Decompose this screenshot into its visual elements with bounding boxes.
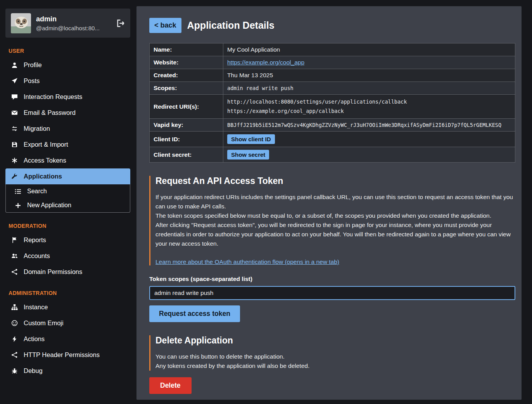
main-wrap: < back Application Details Name: My Cool… (136, 0, 532, 404)
page-header: < back Application Details (149, 18, 515, 33)
user-handle: @admin@localhost:80... (36, 25, 100, 31)
table-row: Scopes: admin read write push (150, 82, 515, 95)
table-row: Website: https://example.org/cool_app (150, 56, 515, 69)
sidebar: admin @admin@localhost:80... USER Profil… (0, 0, 136, 404)
sidebar-item-label: New Application (27, 202, 71, 209)
sidebar-item-new-application[interactable]: New Application (6, 198, 130, 212)
sidebar-item-label: Interaction Requests (24, 93, 82, 101)
sidebar-item-accounts[interactable]: Accounts (5, 248, 130, 264)
bug-icon (11, 368, 18, 374)
oauth-learn-more-link[interactable]: Learn more about the OAuth authenticatio… (155, 258, 339, 265)
sidebar-item-reports[interactable]: Reports (5, 232, 130, 248)
avatar (11, 13, 31, 33)
sidebar-item-migration[interactable]: Migration (5, 121, 130, 137)
sidebar-item-label: Reports (24, 236, 46, 244)
sidebar-item-label: Email & Password (24, 109, 76, 116)
request-token-paragraph-2: The token scopes specified below must be… (155, 211, 515, 220)
delete-line-1: You can use this button to delete the ap… (155, 352, 515, 361)
sidebar-item-applications[interactable]: Applications (5, 168, 130, 184)
sidebar-item-domain-permissions[interactable]: Domain Permissions (5, 264, 130, 280)
application-name: My Cool Application (223, 43, 515, 56)
floppy-icon (11, 141, 18, 148)
row-label: Vapid key: (150, 119, 223, 132)
sidebar-item-label: Profile (24, 61, 42, 69)
show-secret-button[interactable]: Show secret (227, 150, 269, 160)
plus-icon (14, 202, 22, 209)
row-label: Scopes: (150, 82, 223, 95)
table-row: Redirect URI(s): http://localhost:8080/s… (150, 95, 515, 119)
application-details-table: Name: My Cool Application Website: https… (149, 43, 515, 163)
scopes-value: admin read write push (223, 82, 515, 95)
section-header-administration: ADMINISTRATION (9, 290, 130, 296)
sidebar-item-profile[interactable]: Profile (5, 57, 130, 73)
users-icon (11, 253, 18, 259)
table-row: Created: Thu Mar 13 2025 (150, 69, 515, 82)
row-label: Client ID: (150, 132, 223, 147)
vapid-key-value: BBJffJ219b5iE512m7wQSzv4KgKDhgZZVzNyWC_r… (223, 119, 515, 132)
comment-icon (11, 94, 18, 100)
user-icon (11, 62, 18, 68)
delete-application-section: Delete Application You can use this butt… (149, 335, 515, 371)
sidebar-item-label: Posts (24, 77, 40, 85)
sidebar-item-label: Accounts (24, 252, 50, 260)
sidebar-item-access-tokens[interactable]: Access Tokens (5, 153, 130, 168)
row-label: Website: (150, 56, 223, 69)
logout-icon[interactable] (116, 19, 125, 28)
sidebar-item-export-import[interactable]: Export & Import (5, 137, 130, 153)
request-access-token-button[interactable]: Request access token (149, 305, 240, 322)
sidebar-item-label: Applications (24, 173, 62, 180)
token-scopes-input[interactable] (149, 286, 515, 300)
user-name: admin (36, 15, 100, 23)
row-label: Name: (150, 43, 223, 56)
delete-line-2: Any tokens created by the application wi… (155, 361, 515, 371)
table-row: Client secret: Show secret (150, 147, 515, 163)
user-card[interactable]: admin @admin@localhost:80... (5, 9, 130, 38)
share-nodes-icon (11, 352, 18, 358)
user-meta: admin @admin@localhost:80... (36, 15, 100, 31)
redirect-uri-2: https://example.org/cool_app/callback (227, 107, 511, 116)
sidebar-item-posts[interactable]: Posts (5, 73, 130, 89)
sidebar-item-interaction-requests[interactable]: Interaction Requests (5, 89, 130, 105)
sidebar-item-label: Search (27, 188, 47, 195)
sidebar-item-label: Debug (24, 367, 43, 375)
redirect-uri-1: http://localhost:8080/settings/user/appl… (227, 97, 511, 107)
back-button[interactable]: < back (149, 18, 181, 33)
asterisk-icon (11, 157, 18, 164)
sidebar-item-instance[interactable]: Instance (5, 299, 130, 315)
sidebar-item-label: Export & Import (24, 141, 68, 148)
website-link[interactable]: https://example.org/cool_app (227, 59, 304, 66)
sidebar-item-label: Custom Emoji (24, 319, 64, 327)
created-date: Thu Mar 13 2025 (223, 69, 515, 82)
section-header-user: USER (9, 48, 130, 54)
sidebar-item-http-header-permissions[interactable]: HTTP Header Permissions (5, 347, 130, 363)
token-scopes-label: Token scopes (space-separated list) (149, 276, 515, 283)
sidebar-item-search[interactable]: Search (6, 184, 130, 198)
sidebar-item-label: Instance (24, 303, 48, 311)
section-header-moderation: MODERATION (9, 223, 130, 229)
smiley-icon (11, 320, 18, 326)
sidebar-item-label: HTTP Header Permissions (24, 351, 100, 359)
sitemap-icon (11, 304, 18, 310)
flag-icon (11, 237, 18, 243)
sidebar-item-label: Migration (24, 125, 50, 132)
sidebar-item-actions[interactable]: Actions (5, 331, 130, 347)
delete-button[interactable]: Delete (149, 377, 192, 394)
sidebar-item-email-password[interactable]: Email & Password (5, 105, 130, 121)
row-label: Client secret: (150, 147, 223, 163)
delete-application-title: Delete Application (155, 335, 515, 346)
page-title: Application Details (187, 20, 275, 31)
exchange-icon (11, 125, 18, 132)
tools-icon (11, 173, 18, 180)
request-token-paragraph-3: After clicking "Request access token", y… (155, 220, 515, 248)
row-label: Created: (150, 69, 223, 82)
table-row: Client ID: Show client ID (150, 132, 515, 147)
sidebar-item-label: Access Tokens (24, 157, 66, 164)
show-client-id-button[interactable]: Show client ID (227, 134, 275, 144)
sidebar-item-debug[interactable]: Debug (5, 363, 130, 379)
table-row: Vapid key: BBJffJ219b5iE512m7wQSzv4KgKDh… (150, 119, 515, 132)
sidebar-item-custom-emoji[interactable]: Custom Emoji (5, 315, 130, 331)
list-icon (14, 188, 22, 195)
bolt-icon (11, 336, 18, 342)
sidebar-item-label: Actions (24, 335, 45, 343)
request-token-title: Request An API Access Token (155, 176, 515, 186)
